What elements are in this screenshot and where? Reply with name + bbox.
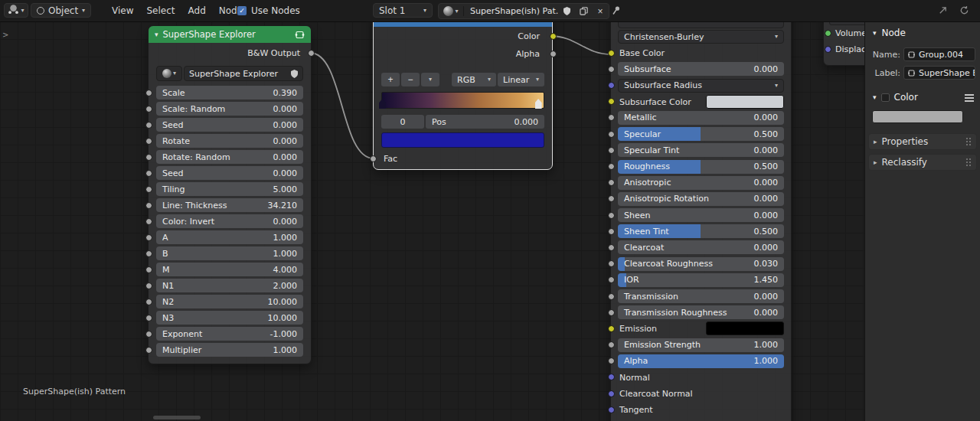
panel-header-color[interactable]: ▾ Color xyxy=(873,92,974,103)
ramp-gradient[interactable] xyxy=(381,92,544,109)
menu-item[interactable]: Add xyxy=(188,5,206,16)
node-header[interactable]: ▾ SuperShape Explorer xyxy=(149,26,311,43)
menu-item[interactable]: View xyxy=(112,5,133,16)
input-socket[interactable] xyxy=(145,154,152,161)
menu-item[interactable]: Select xyxy=(146,5,175,16)
input-socket[interactable] xyxy=(608,374,615,380)
input-socket[interactable] xyxy=(145,138,152,145)
output-socket-alpha[interactable] xyxy=(550,51,557,57)
input-socket[interactable] xyxy=(608,293,615,300)
ramp-stop-marker[interactable] xyxy=(379,99,386,109)
slider-field[interactable]: Metallic 0.000 xyxy=(618,111,784,125)
value-field[interactable]: Line: Thickness 34.210 xyxy=(156,198,303,212)
input-socket[interactable] xyxy=(145,315,152,321)
input-socket[interactable] xyxy=(608,131,615,138)
input-socket[interactable] xyxy=(145,90,152,96)
slider-field[interactable]: IOR 1.450 xyxy=(618,273,784,287)
slider-field[interactable]: Specular 0.500 xyxy=(618,127,784,141)
input-socket[interactable] xyxy=(145,299,152,305)
slider-field[interactable]: Transmission Roughness 0.000 xyxy=(618,305,784,319)
group-name-field[interactable]: SuperShape Explorer xyxy=(184,66,303,81)
value-field[interactable]: Rotate 0.000 xyxy=(156,134,303,148)
input-socket[interactable] xyxy=(608,114,615,121)
shader-type-dropdown[interactable]: Object ▾ xyxy=(31,3,91,18)
use-nodes-checkbox[interactable]: ✓ Use Nodes xyxy=(237,0,300,21)
input-socket[interactable] xyxy=(608,195,615,202)
input-socket[interactable] xyxy=(145,202,152,209)
node-principled-bsdf[interactable]: Christensen-Burley Christensen-Burley ▾ … xyxy=(610,5,792,421)
interpolation-dropdown[interactable]: Linear ▾ xyxy=(498,73,544,86)
ramp-stop-marker[interactable] xyxy=(535,99,542,109)
input-socket[interactable] xyxy=(608,228,615,235)
dropdown-field[interactable]: Subsurface Radius ▾ xyxy=(618,79,784,93)
panel-header-node[interactable]: ▾ Node xyxy=(873,28,906,38)
color-swatch[interactable] xyxy=(706,95,784,109)
material-browse-dropdown[interactable]: ▾ xyxy=(439,6,463,16)
slider-field[interactable]: Clearcoat 0.000 xyxy=(618,240,784,254)
input-socket[interactable] xyxy=(608,147,615,154)
input-socket[interactable] xyxy=(608,50,615,57)
value-field[interactable]: N1 2.000 xyxy=(156,279,303,292)
node-supershape-explorer[interactable]: ▾ SuperShape Explorer B&W Output ▾ Super… xyxy=(148,25,312,364)
shield-icon[interactable] xyxy=(291,70,298,78)
cycle-icon[interactable] xyxy=(959,5,969,18)
go-to-parent-icon[interactable] xyxy=(938,5,948,18)
input-socket[interactable] xyxy=(608,260,615,267)
collapsed-panel[interactable]: ▸ Properties xyxy=(868,133,977,150)
region-toggle-arrow[interactable]: > xyxy=(2,31,8,39)
output-socket-color[interactable] xyxy=(550,33,557,40)
node-label-field[interactable]: SuperShape Ex xyxy=(903,66,975,80)
slider-field[interactable]: Specular Tint 0.000 xyxy=(618,143,784,157)
value-field[interactable]: A 1.000 xyxy=(156,230,303,244)
input-socket[interactable] xyxy=(145,347,152,354)
input-socket[interactable] xyxy=(608,341,615,348)
slider-field[interactable]: Subsurface 0.000 xyxy=(618,62,784,76)
horizontal-scrollbar[interactable] xyxy=(153,416,201,419)
value-field[interactable]: Tiling 5.000 xyxy=(156,182,303,196)
input-socket[interactable] xyxy=(608,179,615,186)
slider-field[interactable]: Sheen Tint 0.500 xyxy=(618,224,784,238)
node-colorramp[interactable]: Color Alpha + − ▾ RGB ▾ Linear ▾ 0 Pos 0… xyxy=(373,9,553,170)
value-field[interactable]: Multiplier 1.000 xyxy=(156,343,303,357)
slider-field[interactable]: Transmission 0.000 xyxy=(618,289,784,303)
input-socket[interactable] xyxy=(608,244,615,251)
input-socket[interactable] xyxy=(608,66,615,73)
color-swatch[interactable] xyxy=(706,321,784,335)
input-socket[interactable] xyxy=(825,46,831,53)
output-socket-bw[interactable] xyxy=(308,50,315,57)
dropdown-field[interactable]: Christensen-Burley ▾ xyxy=(618,30,784,44)
slider-field[interactable]: Sheen 0.000 xyxy=(618,208,784,222)
duplicate-material-button[interactable] xyxy=(575,7,592,15)
value-field[interactable]: Exponent -1.000 xyxy=(156,327,303,341)
presets-list-icon[interactable] xyxy=(965,93,974,102)
input-socket[interactable] xyxy=(608,357,615,364)
input-socket[interactable] xyxy=(145,122,152,129)
input-socket[interactable] xyxy=(145,170,152,177)
input-socket[interactable] xyxy=(145,106,152,113)
input-socket[interactable] xyxy=(608,325,615,332)
input-socket[interactable] xyxy=(145,234,152,241)
ramp-options-dropdown[interactable]: ▾ xyxy=(421,73,439,86)
value-field[interactable]: Seed 0.000 xyxy=(156,118,303,132)
color-checkbox[interactable] xyxy=(881,93,890,102)
input-socket[interactable] xyxy=(608,276,615,283)
slider-field[interactable]: Anisotropic 0.000 xyxy=(618,176,784,190)
color-mode-dropdown[interactable]: RGB ▾ xyxy=(452,73,496,86)
value-field[interactable]: N2 10.000 xyxy=(156,295,303,308)
input-socket[interactable] xyxy=(608,212,615,219)
stop-position-field[interactable]: Pos 0.000 xyxy=(426,115,544,129)
value-field[interactable]: Color: Invert 0.000 xyxy=(156,214,303,228)
input-socket[interactable] xyxy=(825,30,831,37)
remove-stop-button[interactable]: − xyxy=(401,73,420,86)
slider-field[interactable]: Anisotropic Rotation 0.000 xyxy=(618,192,784,206)
fake-user-shield-button[interactable] xyxy=(558,7,575,15)
input-socket[interactable] xyxy=(608,406,615,413)
stop-index-field[interactable]: 0 xyxy=(381,115,424,129)
input-socket-fac[interactable] xyxy=(370,155,377,162)
input-socket[interactable] xyxy=(145,331,152,338)
slider-field[interactable]: Alpha 1.000 xyxy=(618,354,784,368)
input-socket[interactable] xyxy=(145,282,152,289)
slider-field[interactable]: Emission Strength 1.000 xyxy=(618,338,784,352)
node-color-field[interactable] xyxy=(872,110,963,123)
slider-field[interactable]: Roughness 0.500 xyxy=(618,160,784,174)
